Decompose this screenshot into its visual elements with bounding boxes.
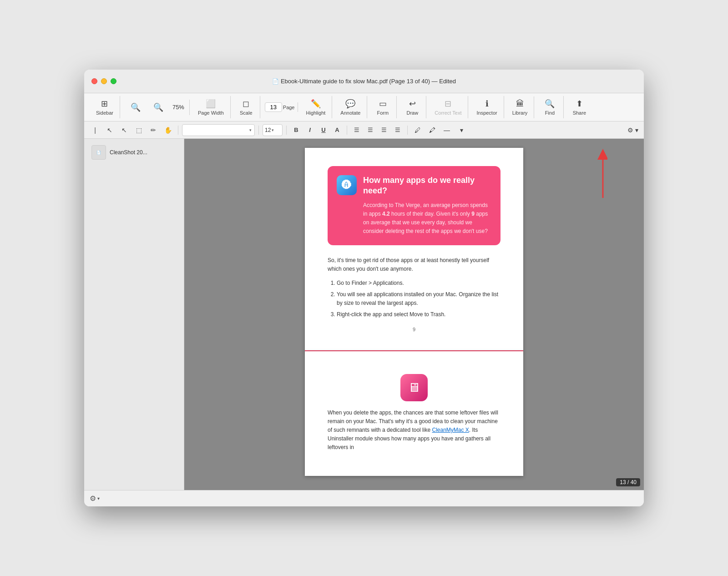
align-center-button[interactable]: ☰ [364, 124, 376, 136]
settings-button[interactable]: ⚙ ▾ [627, 124, 639, 136]
sidebar-item[interactable]: 📄 CleanShot 20... [88, 142, 180, 162]
font-size-selector[interactable]: 12 ▾ [263, 124, 283, 136]
highlight-icon: ✏️ [311, 99, 321, 109]
page-body: So, it's time to get rid of those apps o… [328, 256, 500, 319]
second-page-text: When you delete the apps, the chances ar… [328, 409, 500, 452]
separator-4 [347, 126, 347, 135]
draw-group: ↩ Draw [399, 96, 426, 118]
title-bar: 📄 Ebook-Ultimate guide to fix slow Mac.p… [84, 70, 644, 93]
pen-color-button[interactable]: 🖊 [411, 124, 424, 136]
draw-button[interactable]: ↩ Draw [401, 96, 423, 118]
italic-button[interactable]: I [304, 124, 316, 136]
inspector-button[interactable]: ℹ Inspector [473, 96, 500, 118]
underline-button[interactable]: U [318, 124, 329, 136]
scale-button[interactable]: ◻ Scale [235, 96, 257, 118]
bottom-bar: ⚙ ▾ [84, 490, 644, 506]
page-width-button[interactable]: ⬜ Page Width [194, 96, 228, 118]
app-store-icon: 🅐 [337, 175, 357, 195]
justify-button[interactable]: ☰ [392, 124, 404, 136]
window-title: 📄 Ebook-Ultimate guide to fix slow Mac.p… [272, 78, 456, 85]
sidebar-group: ⊞ Sidebar [90, 96, 120, 118]
separator-3 [286, 126, 287, 135]
form-icon: ▭ [379, 99, 387, 109]
sidebar-item-label: CleanShot 20... [110, 149, 147, 156]
align-right-button[interactable]: ☰ [378, 124, 390, 136]
cleanmymac-link[interactable]: CleanMyMac X [432, 427, 469, 433]
form-button[interactable]: ▭ Form [372, 96, 394, 118]
page-label: Page [283, 105, 295, 110]
sidebar-icon: ⊞ [101, 99, 108, 109]
pdf-page-14: 🖥 When you delete the apps, the chances … [305, 351, 523, 476]
zoom-out-button[interactable]: 🔍 [125, 100, 147, 115]
sub-toolbar: | ↖ ↖ ⬚ ✏ ✋ ▾ 12 ▾ B I U A ☰ ☰ ☰ ☰ 🖊 🖍 —… [84, 121, 644, 139]
zoom-group: 🔍 🔍 75% [122, 100, 190, 115]
text-select-button[interactable]: ↖ [118, 124, 131, 136]
correct-text-button[interactable]: ⊟ Correct Text [431, 96, 465, 118]
line-button[interactable]: — [440, 124, 453, 136]
scale-group: ◻ Scale [233, 96, 260, 118]
cursor-tool-button[interactable]: | [89, 124, 101, 136]
page-width-icon: ⬜ [206, 99, 216, 109]
intro-text: So, it's time to get rid of those apps o… [328, 256, 500, 273]
library-icon: 🏛 [516, 99, 524, 109]
main-area: 📄 CleanShot 20... 🅐 [84, 139, 644, 490]
close-button[interactable] [91, 78, 97, 84]
highlight-color-button[interactable]: 🖍 [426, 124, 439, 136]
highlight-button[interactable]: ✏️ Highlight [303, 96, 329, 118]
page-number: 9 [328, 327, 500, 332]
card-text: How many apps do we really need? Accordi… [363, 175, 491, 236]
page-input[interactable]: 13 [265, 102, 282, 112]
color-button[interactable]: A [331, 124, 343, 136]
page-indicator: 13 / 40 [616, 478, 640, 486]
share-icon: ⬆ [576, 99, 583, 109]
form-group: ▭ Form [369, 96, 397, 118]
align-left-button[interactable]: ☰ [351, 124, 363, 136]
library-button[interactable]: 🏛 Library [509, 96, 531, 118]
minimize-button[interactable] [101, 78, 107, 84]
separator-1 [178, 126, 178, 135]
pdf-area: 🅐 How many apps do we really need? Accor… [184, 139, 644, 490]
red-arrow-annotation [580, 148, 607, 202]
find-button[interactable]: 🔍 Find [539, 96, 561, 118]
gear-settings-button[interactable]: ⚙ ▾ [90, 494, 100, 503]
share-group: ⬆ Share [566, 96, 593, 118]
bold-button[interactable]: B [290, 124, 302, 136]
step-1: Go to Finder > Applications. [337, 279, 500, 288]
more-options-button[interactable]: ▾ [455, 124, 468, 136]
page-group: 13 Page [262, 102, 298, 112]
box-select-button[interactable]: ⬚ [132, 124, 145, 136]
annotate-group: 💬 Annotate [334, 96, 367, 118]
second-page-content: 🖥 When you delete the apps, the chances … [328, 369, 500, 452]
share-button[interactable]: ⬆ Share [568, 96, 590, 118]
separator-5 [407, 126, 408, 135]
pencil-button[interactable]: ✏ [147, 124, 160, 136]
thumbnail: 📄 [91, 145, 106, 160]
pdf-page-13: 🅐 How many apps do we really need? Accor… [305, 148, 523, 351]
hand-button[interactable]: ✋ [162, 124, 174, 136]
page-width-group: ⬜ Page Width [192, 96, 231, 118]
find-icon: 🔍 [545, 99, 555, 109]
step-3: Right-click the app and select Move to T… [337, 310, 500, 319]
annotate-button[interactable]: 💬 Annotate [337, 96, 364, 118]
card-title: How many apps do we really need? [363, 175, 491, 197]
zoom-value: 75% [170, 104, 187, 111]
draw-icon: ↩ [409, 99, 416, 109]
highlight-group: ✏️ Highlight [300, 96, 333, 118]
file-icon: 📄 [272, 78, 279, 85]
app-window: 📄 Ebook-Ultimate guide to fix slow Mac.p… [84, 70, 644, 506]
zoom-in-button[interactable]: 🔍 [147, 100, 169, 115]
steps-list: Go to Finder > Applications. You will se… [337, 279, 500, 319]
step-2: You will see all applications installed … [337, 290, 500, 308]
font-selector[interactable]: ▾ [182, 124, 255, 136]
correct-text-group: ⊟ Correct Text [428, 96, 468, 118]
main-toolbar: ⊞ Sidebar 🔍 🔍 75% ⬜ Page Width ◻ Sc [84, 93, 644, 121]
annotate-icon: 💬 [345, 99, 355, 109]
zoom-in-icon: 🔍 [153, 102, 163, 112]
select-tool-button[interactable]: ↖ [103, 124, 116, 136]
zoom-out-icon: 🔍 [131, 102, 141, 112]
sidebar-button[interactable]: ⊞ Sidebar [92, 96, 117, 118]
sidebar: 📄 CleanShot 20... [84, 139, 184, 490]
pink-card: 🅐 How many apps do we really need? Accor… [328, 166, 500, 245]
library-group: 🏛 Library [506, 96, 535, 118]
maximize-button[interactable] [111, 78, 116, 84]
